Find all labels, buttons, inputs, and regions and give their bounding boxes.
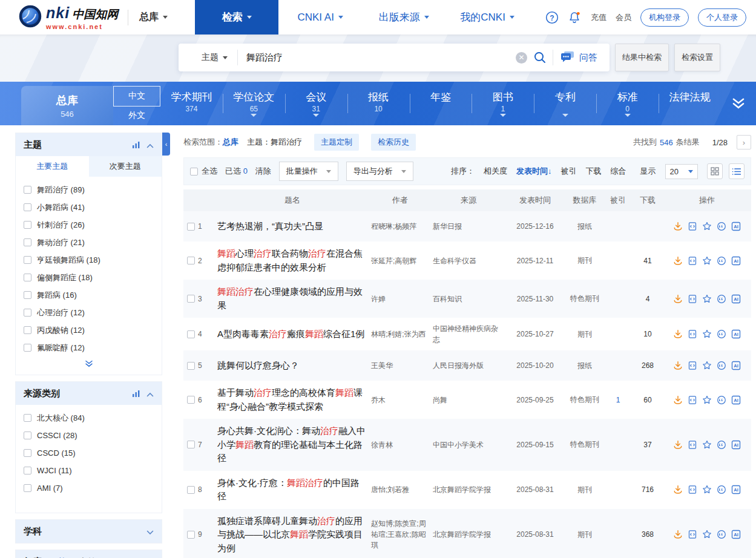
qa-button[interactable]: 问答	[553, 51, 602, 65]
scope-value[interactable]: 总库	[223, 137, 238, 148]
result-source[interactable]: 百科知识	[433, 294, 504, 304]
help-icon[interactable]: ?	[545, 11, 559, 24]
bar-chart-icon[interactable]	[132, 389, 140, 399]
search-input[interactable]	[238, 53, 516, 63]
download-icon[interactable]	[673, 395, 683, 405]
source-item-1[interactable]: CSSCI (28)	[24, 427, 154, 444]
favorite-icon[interactable]	[702, 329, 712, 339]
topic-item-2[interactable]: 针刺治疗 (26)	[24, 216, 154, 234]
tab-yearbook[interactable]: 年鉴0	[410, 82, 472, 125]
ai-icon[interactable]: AI	[731, 395, 741, 405]
topic-item-4[interactable]: 亨廷顿舞蹈病 (18)	[24, 251, 154, 269]
tab-academic-journal[interactable]: 学术期刊374	[160, 82, 223, 125]
quote-icon[interactable]	[717, 485, 726, 494]
result-authors[interactable]: 赵知博;陈羡宣;周祐瑄;王嘉欣;陈昭琪	[371, 518, 429, 551]
checkbox[interactable]	[24, 309, 31, 317]
source-item-0[interactable]: 北大核心 (84)	[24, 409, 154, 427]
result-source[interactable]: 中国中小学美术	[433, 439, 504, 450]
recharge-link[interactable]: 充值	[591, 12, 606, 23]
tab-standard[interactable]: 标准0	[596, 82, 659, 125]
search-history-button[interactable]: 检索历史	[371, 134, 416, 151]
topic-item-5[interactable]: 偏侧舞蹈症 (18)	[24, 269, 154, 286]
ai-icon[interactable]: AI	[731, 361, 741, 370]
member-link[interactable]: 会员	[616, 12, 631, 23]
checkbox[interactable]	[24, 414, 31, 422]
download-icon[interactable]	[673, 256, 683, 266]
result-source[interactable]: 北京舞蹈学院学报	[433, 484, 504, 495]
tab-patent[interactable]: 专利0	[534, 82, 596, 125]
row-checkbox[interactable]	[187, 223, 195, 231]
download-icon[interactable]	[673, 222, 683, 231]
nav-my-cnki[interactable]: 我的CNKI	[445, 0, 529, 34]
topic-item-7[interactable]: 心理治疗 (12)	[24, 304, 154, 321]
favorite-icon[interactable]	[702, 395, 712, 405]
result-source[interactable]: 北京舞蹈学院学报	[433, 529, 504, 540]
favorite-icon[interactable]	[702, 361, 712, 370]
nav-cnki-ai[interactable]: CNKI AI	[278, 0, 362, 34]
result-authors[interactable]: 乔木	[371, 395, 429, 405]
html-icon[interactable]	[688, 395, 697, 405]
tab-book[interactable]: 图书1	[472, 82, 534, 125]
checkbox[interactable]	[24, 203, 31, 211]
nav-publish-source[interactable]: 出版来源	[362, 0, 445, 34]
tab-newspaper[interactable]: 报纸10	[347, 82, 410, 125]
select-all[interactable]: 全选	[190, 166, 217, 177]
html-icon[interactable]	[688, 294, 697, 304]
clear-search-icon[interactable]: ✕	[516, 52, 527, 64]
result-title-link[interactable]: 身体·文化·疗愈：舞蹈治疗的中国路径	[217, 476, 367, 504]
result-title-link[interactable]: 艺考热退潮，“真功夫”凸显	[217, 220, 367, 234]
ai-icon[interactable]: AI	[731, 440, 741, 450]
row-checkbox[interactable]	[187, 486, 195, 494]
quote-icon[interactable]	[717, 361, 726, 370]
result-authors[interactable]: 林晴;利婧;张为西	[371, 329, 429, 340]
chevron-up-icon[interactable]	[146, 140, 154, 150]
download-icon[interactable]	[673, 329, 683, 339]
row-checkbox[interactable]	[187, 257, 195, 264]
checkbox[interactable]	[24, 186, 31, 194]
lang-tab-zh[interactable]: 中文	[113, 86, 160, 107]
topic-item-1[interactable]: 小舞蹈病 (41)	[24, 199, 154, 216]
topic-tab-0[interactable]: 主要主题	[16, 156, 89, 177]
ai-icon[interactable]: AI	[731, 222, 741, 231]
result-source[interactable]: 中国神经精神疾病杂志	[433, 323, 504, 345]
checkbox[interactable]	[24, 484, 31, 492]
html-icon[interactable]	[688, 485, 697, 494]
html-icon[interactable]	[688, 256, 697, 266]
result-title-link[interactable]: 孤独症谱系障碍儿童舞动治疗的应用与挑战——以北京舞蹈学院实践项目为例	[217, 514, 367, 556]
row-checkbox[interactable]	[187, 330, 195, 338]
topic-item-6[interactable]: 舞蹈病 (16)	[24, 286, 154, 304]
checkbox[interactable]	[24, 467, 31, 474]
checkbox[interactable]	[24, 221, 31, 229]
checkbox[interactable]	[24, 432, 31, 439]
source-item-4[interactable]: AMI (7)	[24, 479, 154, 497]
quote-icon[interactable]	[717, 395, 726, 405]
nav-search[interactable]: 检索	[195, 0, 278, 34]
quote-icon[interactable]	[717, 530, 726, 539]
batch-actions-button[interactable]: 批量操作	[279, 162, 338, 181]
personal-login-button[interactable]: 个人登录	[698, 8, 746, 27]
row-checkbox[interactable]	[187, 295, 195, 303]
checkbox[interactable]	[24, 274, 31, 281]
nav-zongku-dropdown[interactable]: 总库	[139, 11, 168, 24]
checkbox[interactable]	[24, 291, 31, 299]
select-all-checkbox[interactable]	[190, 168, 198, 176]
ai-icon[interactable]: AI	[731, 530, 741, 539]
tab-total-library[interactable]: 总库 546	[21, 86, 113, 125]
result-source[interactable]: 新华日报	[433, 221, 504, 232]
html-icon[interactable]	[688, 361, 697, 370]
result-title-link[interactable]: 基于舞动治疗理念的高校体育舞蹈课程“身心融合”教学模式探索	[217, 386, 367, 413]
checkbox[interactable]	[24, 256, 31, 264]
row-checkbox[interactable]	[187, 441, 195, 448]
result-source[interactable]: 人民日报海外版	[433, 360, 504, 371]
bell-icon[interactable]	[568, 11, 582, 24]
result-authors[interactable]: 王美华	[371, 360, 429, 371]
more-tabs-button[interactable]	[721, 82, 756, 125]
clear-selection-button[interactable]: 清除	[255, 166, 271, 177]
search-in-results-button[interactable]: 结果中检索	[615, 44, 669, 71]
result-authors[interactable]: 张延芹;高朝辉	[371, 255, 429, 266]
favorite-icon[interactable]	[702, 440, 712, 450]
result-source[interactable]: 尚舞	[433, 395, 504, 405]
download-icon[interactable]	[673, 440, 683, 450]
result-authors[interactable]: 徐青林	[371, 439, 429, 450]
download-icon[interactable]	[673, 294, 683, 304]
